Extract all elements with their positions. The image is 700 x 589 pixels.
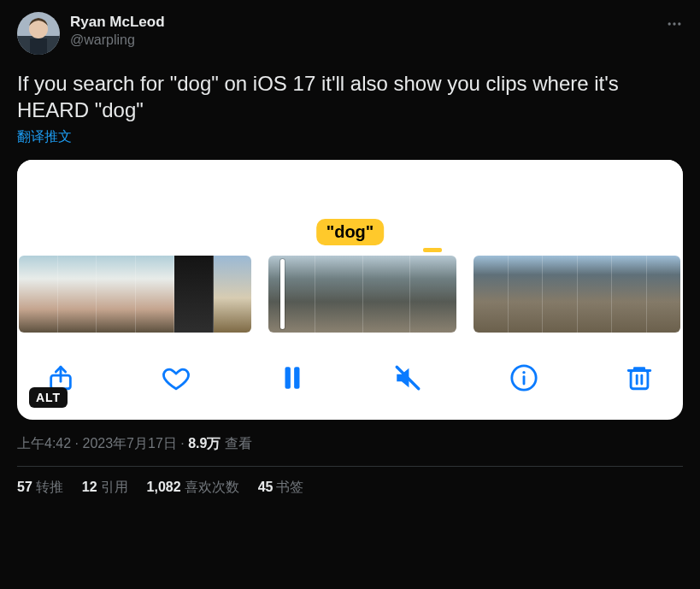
video-timeline-strip[interactable] bbox=[17, 252, 683, 336]
tweet-text: If you search for "dog" on iOS 17 it'll … bbox=[17, 70, 683, 123]
video-frame bbox=[315, 256, 362, 333]
time: 上午4:42 bbox=[17, 436, 71, 451]
likes-count: 1,082 bbox=[147, 480, 181, 494]
bookmarks-stat[interactable]: 45书签 bbox=[258, 479, 304, 497]
date: 2023年7月17日 bbox=[82, 436, 176, 451]
avatar[interactable] bbox=[17, 12, 60, 55]
video-frame bbox=[612, 256, 647, 333]
quotes-stat[interactable]: 12引用 bbox=[82, 479, 128, 497]
svg-point-4 bbox=[668, 22, 671, 25]
svg-rect-8 bbox=[285, 368, 290, 390]
timeline-marker-icon bbox=[423, 248, 442, 252]
clip-group-active[interactable] bbox=[268, 256, 456, 333]
like-button[interactable] bbox=[162, 363, 191, 392]
clip-group[interactable] bbox=[19, 256, 251, 333]
views-label: 查看 bbox=[225, 436, 252, 451]
video-frame bbox=[578, 256, 613, 333]
likes-stat[interactable]: 1,082喜欢次数 bbox=[147, 479, 239, 497]
video-frame bbox=[136, 256, 175, 333]
media-attachment[interactable]: "dog" bbox=[17, 160, 683, 420]
video-frame bbox=[174, 256, 214, 333]
tweet-container: Ryan McLeod @warpling If you search for … bbox=[0, 0, 700, 505]
likes-label: 喜欢次数 bbox=[185, 480, 239, 494]
video-frame bbox=[410, 256, 456, 333]
video-frame bbox=[474, 256, 509, 333]
video-frame bbox=[543, 256, 578, 333]
playhead-icon[interactable] bbox=[280, 259, 285, 329]
alt-badge[interactable]: ALT bbox=[29, 387, 68, 408]
search-term-bubble: "dog" bbox=[316, 219, 385, 245]
translate-link[interactable]: 翻译推文 bbox=[17, 128, 683, 146]
svg-rect-9 bbox=[294, 368, 299, 390]
author-names[interactable]: Ryan McLeod @warpling bbox=[70, 12, 666, 49]
bookmarks-count: 45 bbox=[258, 480, 274, 494]
svg-point-5 bbox=[673, 22, 675, 25]
media-header-area: "dog" bbox=[17, 160, 683, 252]
video-frame bbox=[214, 256, 252, 333]
video-frame bbox=[647, 256, 681, 333]
tweet-header: Ryan McLeod @warpling bbox=[17, 12, 683, 55]
svg-point-13 bbox=[522, 371, 525, 374]
svg-rect-14 bbox=[631, 371, 648, 389]
delete-button[interactable] bbox=[625, 363, 654, 392]
display-name: Ryan McLeod bbox=[70, 14, 666, 31]
engagement-stats: 57转推 12引用 1,082喜欢次数 45书签 bbox=[17, 479, 683, 497]
bookmarks-label: 书签 bbox=[276, 480, 303, 494]
tweet-meta[interactable]: 上午4:42 · 2023年7月17日 · 8.9万 查看 bbox=[17, 435, 683, 453]
mute-button[interactable] bbox=[393, 363, 422, 392]
svg-point-6 bbox=[678, 22, 680, 25]
retweets-label: 转推 bbox=[36, 480, 63, 494]
video-frame bbox=[58, 256, 97, 333]
video-frame bbox=[268, 256, 315, 333]
handle: @warpling bbox=[70, 32, 666, 48]
quotes-count: 12 bbox=[82, 480, 97, 494]
video-frame bbox=[97, 256, 136, 333]
pause-button[interactable] bbox=[278, 363, 307, 392]
views-count: 8.9万 bbox=[188, 436, 221, 451]
retweets-count: 57 bbox=[17, 480, 32, 494]
more-button[interactable] bbox=[666, 12, 683, 39]
divider bbox=[17, 466, 683, 467]
video-frame bbox=[363, 256, 410, 333]
media-toolbar bbox=[17, 336, 683, 420]
info-button[interactable] bbox=[509, 363, 538, 392]
svg-rect-3 bbox=[30, 38, 47, 55]
retweets-stat[interactable]: 57转推 bbox=[17, 479, 63, 497]
video-frame bbox=[509, 256, 544, 333]
quotes-label: 引用 bbox=[101, 480, 128, 494]
video-frame bbox=[19, 256, 58, 333]
clip-group[interactable] bbox=[474, 256, 680, 333]
